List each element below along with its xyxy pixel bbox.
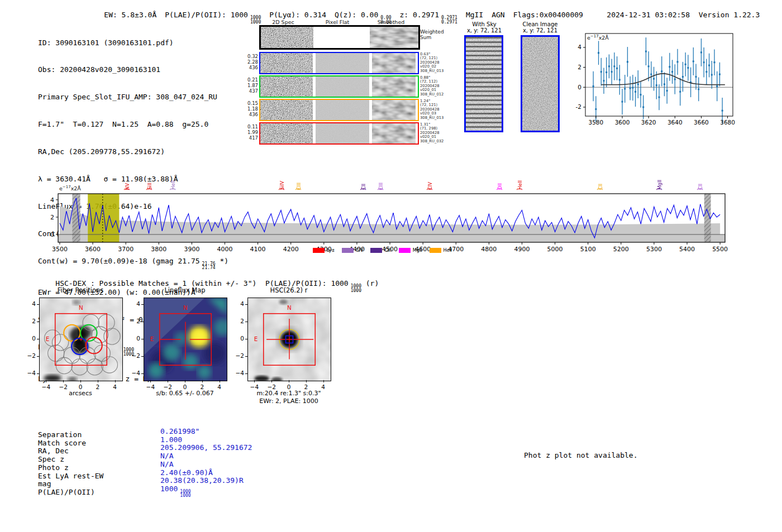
fiber-row-panel (316, 100, 369, 120)
hsc-cutout-title: HSC(26.2) r (244, 286, 333, 294)
hsc-cutout-canvas: N E (248, 298, 331, 381)
header-qz: Q(z): 0.000.000.00 (335, 11, 392, 19)
svg-text:3620: 3620 (641, 119, 656, 126)
fiber-row-right-labels: 1.24"(72, 121)20200428v020_03308_RU_013 (420, 99, 444, 120)
x-tick (271, 380, 272, 382)
x-tick (306, 380, 307, 382)
y-tick-label: −2 (129, 352, 140, 359)
legend-item-heii: HeII (430, 248, 452, 253)
y-tick-label: 4 (129, 300, 140, 307)
fiber-row-panel (372, 123, 416, 143)
emission-line-brace: { (516, 187, 522, 190)
emission-line-oii: OII (497, 165, 503, 190)
compass-n: N (79, 304, 83, 311)
weighted-sum-label: WeightedSum (420, 29, 444, 40)
match-table-labels: SeparationMatch scoreRA, DecSpec zPhoto … (38, 431, 103, 497)
match-row-label: P(LAE)/P(OII) (38, 488, 103, 497)
fiber-row-left-labels: 0.151.18436 (244, 101, 258, 117)
col-header-pixel-flat: Pixel Flat (309, 19, 365, 25)
emission-line-brace: { (146, 187, 152, 190)
y-tick (141, 322, 144, 322)
legend-label: CIII (384, 248, 392, 253)
full-spectrum-plot: 3500360037003800390040004100420043004400… (0, 165, 782, 260)
fiber-row-panel (372, 53, 416, 73)
y-tick-label: 2 (25, 318, 36, 324)
fiber-row-panel (260, 123, 313, 143)
compass-n: N (183, 304, 188, 311)
svg-text:4: 4 (578, 44, 581, 50)
fiber-positions-canvas: N E (40, 298, 122, 381)
emission-line-ciii: CIII (296, 165, 302, 190)
fiber-row-left-labels: 0.111.99417 (244, 124, 258, 141)
elixer-report-page: EW: 5.8±3.0ÅP(LAE)/P(OII): 100010001000P… (0, 0, 782, 532)
emission-line-brace: { (697, 187, 703, 190)
info-obs: Obs: 20200428v020_3090163101 (38, 65, 228, 74)
fiber-positions-plot: N E (39, 298, 123, 381)
y-tick (37, 322, 39, 322)
svg-text:4900: 4900 (514, 246, 530, 253)
svg-text:2: 2 (50, 214, 54, 221)
fiber-row-panel (372, 100, 416, 120)
fiber-row-panel (260, 53, 313, 73)
match-row-value: 20.38(20.38,20.39)R (160, 477, 252, 485)
legend-label: CIV (356, 248, 363, 253)
svg-text:2: 2 (578, 64, 581, 70)
col-header-2d-spec: 2D Spec (255, 19, 311, 25)
emission-line-brace: { (597, 187, 603, 190)
x-tick (185, 380, 185, 382)
x-tick (168, 380, 168, 382)
svg-text:3640: 3640 (667, 119, 683, 126)
y-tick (141, 304, 144, 305)
match-row-value: 1.000 (160, 436, 252, 444)
fiber-row-panel (316, 53, 369, 73)
emission-line-brace: { (496, 187, 502, 190)
y-tick (37, 373, 39, 374)
sky-stripe-pattern (466, 37, 502, 131)
header-ew: EW: 5.8±3.0Å (104, 11, 156, 19)
y-tick (141, 339, 144, 339)
match-row-label: Separation (38, 431, 103, 439)
svg-text:5100: 5100 (580, 246, 596, 253)
weighted-2dspec-image (261, 27, 313, 48)
fiber-row-panel (260, 76, 313, 97)
y-tick (245, 304, 247, 305)
svg-text:3900: 3900 (184, 246, 199, 253)
x-tick (98, 380, 98, 382)
fiber-row-panel (316, 123, 369, 143)
x-tick (80, 380, 81, 382)
legend-label: HeII (444, 248, 452, 253)
match-row-value: 100010001000 (160, 485, 252, 498)
hsc-xlabel-2: EWr: 2, PLAE: 1000 (233, 397, 345, 405)
svg-text:5500: 5500 (712, 246, 728, 253)
svg-text:4200: 4200 (283, 246, 299, 253)
emission-line-siiv: SiIV (279, 165, 285, 190)
svg-text:5300: 5300 (646, 246, 662, 253)
emission-line-siii: SiII (147, 165, 152, 190)
x-tick (150, 380, 151, 382)
gauss-unit-label: e−17x2Å (587, 34, 609, 41)
legend-label: Lyα (327, 248, 335, 253)
match-row-label: Match score (38, 439, 103, 448)
header-line-id: MgII (466, 11, 483, 19)
gaussian-fit-plot: 358036003620364036603680-2024 (570, 28, 737, 128)
x-tick (202, 380, 203, 382)
legend-swatch (370, 248, 382, 253)
fiber-row-panel (316, 76, 369, 97)
fiber-row-3 (259, 122, 419, 145)
fiber-row-left-labels: 0.322.28436 (244, 54, 258, 70)
y-tick (245, 373, 247, 374)
match-row-value: 2.40(±0.90)Å (160, 469, 252, 477)
svg-text:3500: 3500 (52, 246, 68, 253)
svg-text:4100: 4100 (250, 246, 266, 253)
svg-text:3680: 3680 (720, 119, 735, 126)
header-plya: P(Lyα): 0.314 (269, 11, 326, 19)
y-tick-label: −2 (25, 352, 36, 359)
svg-text:0: 0 (578, 84, 581, 90)
compass-e: E (254, 336, 258, 342)
hsc-dex-summary: HSC-DEX : Possible Matches = 1 (within +… (38, 271, 379, 301)
col-header-smoothed: Smoothed (363, 19, 419, 25)
legend-item-ciii: CIII (370, 248, 392, 253)
legend-swatch (399, 248, 411, 253)
y-tick-label: 0 (129, 335, 140, 342)
x-tick (115, 380, 116, 382)
